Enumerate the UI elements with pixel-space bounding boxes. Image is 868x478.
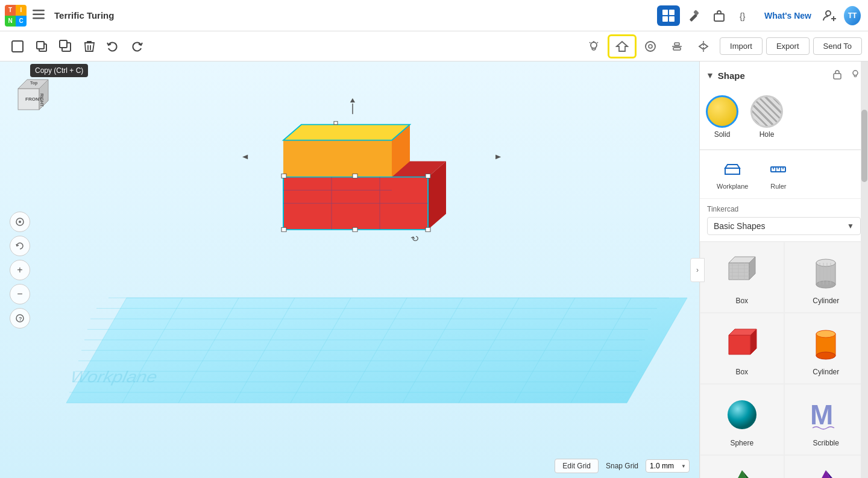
- import-button[interactable]: Import: [720, 37, 763, 55]
- svg-rect-70: [353, 227, 357, 231]
- svg-marker-126: [728, 470, 756, 478]
- svg-point-90: [853, 71, 858, 75]
- lock-icon: [832, 69, 843, 80]
- export-button[interactable]: Export: [766, 37, 810, 55]
- shape-lock-button[interactable]: [831, 68, 844, 83]
- pyramid-purple-shape: [807, 467, 845, 478]
- shape-bulb-button[interactable]: [849, 68, 862, 83]
- svg-rect-1: [33, 14, 45, 16]
- shape-view-icon: [615, 40, 629, 53]
- add-user-button[interactable]: [820, 6, 839, 25]
- help-icon: ?: [15, 313, 25, 323]
- shape-item-label: Box: [735, 368, 748, 376]
- code-editor-button[interactable]: {}: [733, 5, 756, 26]
- orientation-cube[interactable]: FRONT RIGHT Top: [12, 74, 54, 116]
- snap-grid-label: Snap Grid: [606, 462, 638, 470]
- svg-line-22: [597, 42, 599, 43]
- solid-option[interactable]: Solid: [706, 95, 738, 139]
- svg-rect-8: [693, 10, 699, 16]
- svg-rect-89: [834, 74, 841, 79]
- view-controls-left: + − ?: [10, 212, 30, 329]
- send-to-button[interactable]: Send To: [813, 37, 862, 55]
- list-item[interactable]: Box: [700, 242, 784, 313]
- svg-rect-68: [281, 174, 286, 178]
- scribble-shape: M: [807, 395, 845, 434]
- shape-inspector: ▼ Shape: [700, 61, 868, 150]
- list-item[interactable]: [700, 455, 784, 478]
- shape-collapse-icon[interactable]: ▼: [706, 71, 714, 80]
- scroll-thumb[interactable]: [861, 110, 867, 182]
- hole-option[interactable]: Hole: [750, 95, 783, 139]
- svg-rect-18: [60, 40, 67, 48]
- redo-button[interactable]: [125, 36, 148, 57]
- rotate-camera-button[interactable]: [10, 236, 30, 256]
- svg-rect-5: [662, 16, 668, 22]
- bulb-icon: [587, 40, 600, 53]
- align-button[interactable]: [664, 36, 690, 57]
- undo-button[interactable]: [101, 36, 124, 57]
- home-view-button[interactable]: [581, 36, 606, 57]
- home-camera-button[interactable]: [10, 212, 30, 232]
- hole-label: Hole: [760, 130, 775, 139]
- collapse-panel-button[interactable]: ›: [690, 258, 705, 282]
- workplane-item[interactable]: Workplane: [707, 155, 758, 193]
- avatar: TT: [844, 6, 861, 25]
- rotate-camera-icon: [15, 241, 25, 251]
- shapes-dropdown-label: Basic Shapes: [714, 221, 766, 231]
- shape-header: ▼ Shape: [706, 68, 862, 83]
- svg-line-21: [590, 42, 591, 43]
- help-button[interactable]: ?: [10, 308, 30, 329]
- shapes-dropdown[interactable]: Basic Shapes ▼: [707, 217, 861, 235]
- sphere-blue-shape: [723, 395, 761, 434]
- shape-view-button[interactable]: [608, 34, 637, 58]
- svg-rect-6: [669, 16, 675, 22]
- svg-point-122: [816, 352, 835, 359]
- project-title: Terrific Turing: [54, 10, 114, 20]
- list-item[interactable]: M Scribble: [784, 384, 869, 455]
- select-button[interactable]: [6, 36, 29, 57]
- snap-grid-wrapper: 1.0 mm 0.5 mm 2.0 mm 5.0 mm: [646, 459, 690, 473]
- list-item[interactable]: Box: [700, 313, 784, 384]
- svg-point-112: [816, 259, 835, 266]
- list-item[interactable]: Cylinder: [784, 242, 869, 313]
- shape-item-label: Cylinder: [813, 297, 839, 305]
- list-item[interactable]: Sphere: [700, 384, 784, 455]
- paste-button[interactable]: [54, 36, 77, 57]
- main-area: Workplane: [0, 61, 868, 478]
- shape-item-label: Box: [735, 297, 748, 305]
- ruler-item[interactable]: Ruler: [758, 155, 799, 193]
- svg-rect-9: [714, 14, 724, 21]
- grid-view-button[interactable]: [657, 5, 680, 26]
- svg-point-86: [19, 221, 21, 223]
- copy-button[interactable]: Copy (Ctrl + C): [30, 36, 53, 57]
- trash-icon: [83, 40, 95, 53]
- build-button[interactable]: [682, 5, 705, 26]
- shapes-library-header: Tinkercad Basic Shapes ▼: [700, 199, 868, 242]
- delete-button[interactable]: [78, 36, 100, 57]
- copy-icon: [35, 40, 48, 53]
- edit-grid-button[interactable]: Edit Grid: [555, 459, 599, 473]
- svg-rect-3: [662, 10, 668, 15]
- svg-rect-16: [37, 42, 44, 49]
- box-red-shape: [723, 324, 761, 363]
- list-item[interactable]: [784, 455, 869, 478]
- avatar-button[interactable]: TT: [841, 5, 863, 27]
- svg-marker-92: [725, 165, 740, 168]
- whats-new-button[interactable]: What's New: [758, 7, 817, 24]
- svg-rect-27: [673, 48, 681, 50]
- plane-view-button[interactable]: [638, 36, 663, 57]
- zoom-out-button[interactable]: −: [10, 284, 30, 304]
- viewport[interactable]: Workplane: [0, 61, 699, 478]
- snap-grid-select[interactable]: 1.0 mm 0.5 mm 2.0 mm 5.0 mm: [646, 459, 690, 473]
- list-item[interactable]: Cylinder: [784, 313, 869, 384]
- top-navbar: T I N C Terrific Turing: [0, 0, 868, 31]
- minus-icon: −: [17, 289, 22, 300]
- mirror-button[interactable]: [691, 36, 716, 57]
- svg-rect-69: [426, 174, 430, 178]
- workplane-label: Workplane: [717, 183, 748, 190]
- svg-text:?: ?: [19, 316, 22, 322]
- projects-button[interactable]: [708, 5, 731, 26]
- code-icon: {}: [738, 9, 751, 22]
- zoom-in-button[interactable]: +: [10, 260, 30, 280]
- hamburger-button[interactable]: [29, 6, 48, 25]
